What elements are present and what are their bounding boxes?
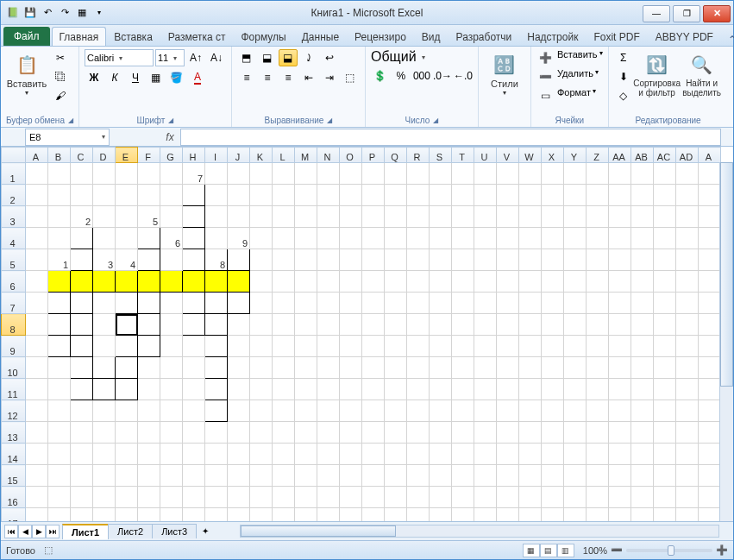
cell[interactable] [183, 465, 205, 487]
cell[interactable] [564, 444, 587, 465]
italic-button[interactable]: К [105, 69, 124, 86]
align-center-icon[interactable]: ≡ [258, 69, 277, 86]
cell[interactable] [452, 444, 474, 465]
cell[interactable] [587, 249, 609, 271]
tab-addins[interactable]: Надстройк [519, 27, 586, 46]
cell[interactable] [699, 379, 721, 400]
increase-indent-icon[interactable]: ⇥ [320, 69, 339, 86]
cell[interactable] [676, 487, 699, 508]
cell[interactable] [474, 379, 497, 400]
cell[interactable] [407, 508, 430, 522]
cell[interactable] [93, 465, 116, 487]
cell[interactable] [385, 185, 407, 206]
zoom-knob[interactable] [668, 545, 674, 556]
autosum-icon[interactable]: Σ [614, 49, 633, 66]
cell[interactable] [26, 487, 48, 508]
cell[interactable] [452, 314, 474, 336]
cell[interactable] [362, 249, 385, 271]
row-header[interactable]: 11 [2, 379, 26, 400]
cell[interactable] [183, 185, 205, 206]
cell[interactable] [385, 357, 407, 379]
cell[interactable] [205, 465, 228, 487]
font-name-select[interactable]: Calibri [85, 49, 154, 66]
sort-filter-button[interactable]: 🔃 Сортировка и фильтр [637, 49, 678, 115]
cell[interactable] [407, 487, 430, 508]
first-sheet-icon[interactable]: ⏮ [4, 525, 18, 538]
close-button[interactable]: ✕ [703, 5, 731, 22]
cell[interactable] [93, 185, 116, 206]
cell[interactable] [542, 336, 564, 357]
tab-pagelayout[interactable]: Разметка ст [160, 27, 234, 46]
align-right-icon[interactable]: ≡ [279, 69, 298, 86]
cell[interactable] [205, 444, 228, 465]
cell[interactable] [340, 293, 362, 314]
cell[interactable] [474, 487, 497, 508]
cell[interactable] [519, 444, 542, 465]
cell[interactable] [250, 336, 273, 357]
sheet-tab[interactable]: Лист2 [108, 524, 153, 538]
cell[interactable] [340, 228, 362, 249]
cell[interactable] [587, 336, 609, 357]
cell[interactable] [250, 400, 273, 422]
cell[interactable] [138, 271, 160, 293]
cell[interactable] [26, 336, 48, 357]
cell[interactable] [250, 293, 273, 314]
cell[interactable] [116, 228, 138, 249]
cell[interactable] [497, 314, 519, 336]
cell[interactable] [295, 508, 317, 522]
cell[interactable] [699, 228, 721, 249]
cell[interactable] [26, 163, 48, 185]
cell[interactable] [183, 336, 205, 357]
cell[interactable] [362, 422, 385, 444]
cell[interactable] [317, 379, 340, 400]
cell[interactable] [138, 400, 160, 422]
cell[interactable] [430, 422, 452, 444]
cell[interactable] [71, 228, 93, 249]
cell[interactable] [160, 444, 183, 465]
zoom-out-icon[interactable]: ➖ [611, 544, 623, 556]
qat-dropdown-icon[interactable]: ▾ [92, 6, 106, 20]
cell[interactable] [564, 228, 587, 249]
cell[interactable] [430, 400, 452, 422]
cell[interactable] [116, 185, 138, 206]
last-sheet-icon[interactable]: ⏭ [46, 525, 60, 538]
cell[interactable] [183, 357, 205, 379]
cell[interactable] [497, 163, 519, 185]
cell[interactable] [48, 357, 71, 379]
page-layout-view-icon[interactable]: ▤ [540, 544, 557, 557]
cell[interactable] [609, 293, 631, 314]
cell[interactable] [654, 422, 676, 444]
cell[interactable] [497, 357, 519, 379]
cell[interactable] [26, 379, 48, 400]
cell[interactable] [564, 163, 587, 185]
cell[interactable] [609, 422, 631, 444]
cell[interactable] [542, 508, 564, 522]
cell[interactable] [317, 314, 340, 336]
column-header[interactable]: D [93, 148, 116, 163]
cell[interactable] [519, 357, 542, 379]
cell[interactable] [160, 487, 183, 508]
cell[interactable] [430, 228, 452, 249]
cell[interactable] [497, 379, 519, 400]
cell[interactable] [676, 336, 699, 357]
cell[interactable] [654, 508, 676, 522]
cell[interactable] [609, 487, 631, 508]
cell[interactable] [497, 422, 519, 444]
cell[interactable] [295, 357, 317, 379]
cell[interactable] [317, 444, 340, 465]
cell[interactable] [160, 293, 183, 314]
format-cells-button[interactable]: ▭Формат▾ [536, 87, 603, 104]
fill-icon[interactable]: ⬇ [614, 68, 633, 85]
row-header[interactable]: 8 [2, 314, 26, 336]
cell[interactable] [273, 228, 295, 249]
cell[interactable] [587, 185, 609, 206]
cell[interactable] [407, 314, 430, 336]
cell[interactable] [138, 357, 160, 379]
cell[interactable] [26, 400, 48, 422]
cell[interactable] [295, 163, 317, 185]
cell[interactable] [452, 487, 474, 508]
cell[interactable] [631, 249, 654, 271]
cell[interactable] [676, 400, 699, 422]
cell[interactable] [587, 293, 609, 314]
cell[interactable] [430, 271, 452, 293]
